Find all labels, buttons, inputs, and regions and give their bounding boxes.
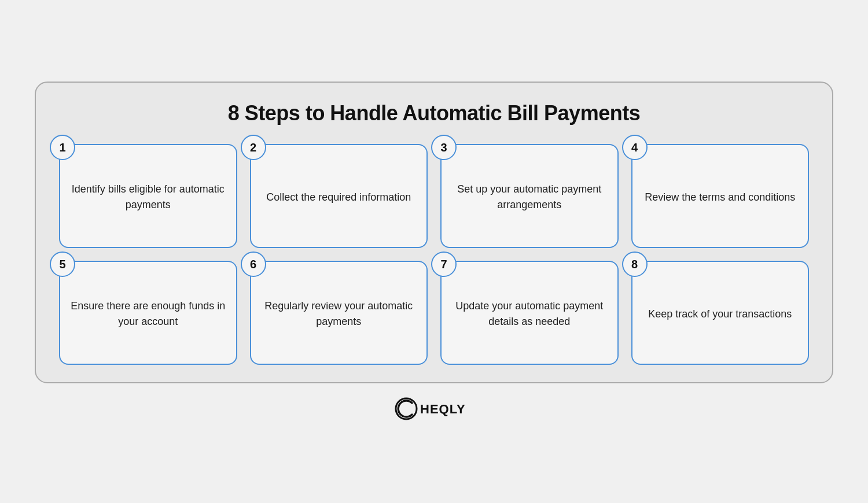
step-number-1: 1 bbox=[50, 135, 75, 160]
step-card-4: 4Review the terms and conditions bbox=[631, 144, 810, 248]
steps-grid: 1Identify bills eligible for automatic p… bbox=[59, 144, 809, 365]
page-title: 8 Steps to Handle Automatic Bill Payment… bbox=[228, 101, 640, 125]
svg-text:HEQLY: HEQLY bbox=[420, 402, 466, 416]
logo-area: HEQLY bbox=[393, 396, 475, 421]
step-card-5: 5Ensure there are enough funds in your a… bbox=[59, 261, 237, 365]
step-card-2: 2Collect the required information bbox=[250, 144, 428, 248]
step-number-6: 6 bbox=[241, 252, 266, 277]
step-number-3: 3 bbox=[431, 135, 457, 160]
main-card: 8 Steps to Handle Automatic Bill Payment… bbox=[35, 82, 833, 383]
step-text-7: Update your automatic payment details as… bbox=[452, 298, 607, 330]
step-card-7: 7Update your automatic payment details a… bbox=[440, 261, 619, 365]
step-text-6: Regularly review your automatic payments bbox=[262, 298, 417, 330]
step-number-5: 5 bbox=[50, 252, 75, 277]
step-card-1: 1Identify bills eligible for automatic p… bbox=[59, 144, 237, 248]
step-number-2: 2 bbox=[241, 135, 266, 160]
cheqly-logo: HEQLY bbox=[393, 396, 475, 421]
step-number-4: 4 bbox=[622, 135, 648, 160]
step-text-5: Ensure there are enough funds in your ac… bbox=[71, 298, 226, 330]
step-card-3: 3Set up your automatic payment arrangeme… bbox=[440, 144, 619, 248]
step-number-8: 8 bbox=[622, 252, 648, 277]
step-text-3: Set up your automatic payment arrangemen… bbox=[452, 182, 607, 213]
step-text-4: Review the terms and conditions bbox=[645, 190, 795, 205]
step-card-8: 8Keep track of your transactions bbox=[631, 261, 810, 365]
step-text-2: Collect the required information bbox=[266, 190, 411, 205]
step-number-7: 7 bbox=[431, 252, 457, 277]
step-text-1: Identify bills eligible for automatic pa… bbox=[71, 182, 226, 213]
step-card-6: 6Regularly review your automatic payment… bbox=[250, 261, 428, 365]
step-text-8: Keep track of your transactions bbox=[648, 306, 792, 322]
